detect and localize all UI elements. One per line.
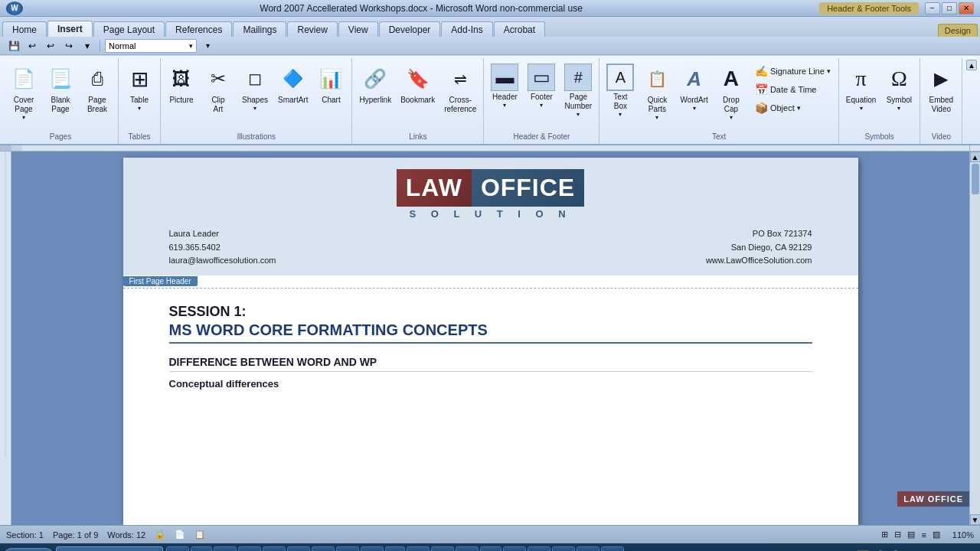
taskbar-app12-button[interactable]: 📧 — [528, 546, 550, 551]
taskbar-app9-button[interactable]: 📁 — [456, 546, 479, 551]
chart-button[interactable]: 📊 Chart — [313, 61, 348, 107]
scroll-down-button[interactable]: ▼ — [970, 514, 981, 525]
embed-video-button[interactable]: ▶ EmbedVideo — [923, 61, 959, 116]
header-name: Laura Leader — [169, 227, 276, 241]
maximize-button[interactable]: □ — [942, 2, 957, 15]
view-icon-3[interactable]: ▤ — [907, 530, 915, 540]
right-scrollbar[interactable]: ▲ ▼ — [969, 152, 980, 525]
blank-page-button[interactable]: 📃 BlankPage — [43, 61, 78, 116]
bookmark-label: Bookmark — [400, 96, 435, 105]
taskbar-app2-button[interactable]: 📘 — [287, 546, 310, 551]
view-icon-2[interactable]: ⊟ — [894, 530, 901, 540]
header-info: Laura Leader 619.365.5402 laura@lawoffic… — [169, 227, 812, 268]
taskbar-explorer-button[interactable]: 📁 — [214, 546, 237, 551]
clip-art-button[interactable]: ✂ ClipArt — [201, 61, 236, 116]
tab-insert[interactable]: Insert — [47, 21, 93, 37]
header-footer-tools-label: Header & Footer Tools — [819, 2, 919, 15]
taskbar-ie-button[interactable]: 🌐 — [166, 546, 189, 551]
header-button[interactable]: ▬ Header ▾ — [487, 61, 522, 111]
scroll-thumb[interactable] — [972, 164, 979, 194]
logo-text: LAW OFFICE — [397, 169, 584, 207]
smart-art-button[interactable]: 🔷 SmartArt — [274, 61, 312, 107]
tab-design[interactable]: Design — [938, 24, 978, 37]
undo-qat-button[interactable]: ↩ — [24, 39, 40, 53]
tab-view[interactable]: View — [338, 21, 378, 37]
taskbar-app11-button[interactable]: 📞 — [503, 546, 526, 551]
object-button[interactable]: 📦 Object ▾ — [750, 99, 835, 116]
taskbar: ⊞ Start W Word 2007 Accell... 🌐 W 📁 📊 📗 … — [0, 543, 980, 551]
taskbar-app6-button[interactable]: ✔ — [385, 546, 405, 551]
cross-reference-button[interactable]: ⇌ Cross-reference — [440, 61, 480, 116]
taskbar-app15-button[interactable]: 📱 — [601, 546, 624, 551]
minimize-button[interactable]: − — [925, 2, 940, 15]
taskbar-app5-button[interactable]: 📰 — [361, 546, 384, 551]
text-box-label: TextBox — [613, 93, 627, 111]
save-qat-button[interactable]: 💾 — [6, 39, 21, 53]
tab-page-layout[interactable]: Page Layout — [93, 21, 165, 37]
cross-reference-label: Cross-reference — [444, 96, 476, 114]
taskbar-app14-button[interactable]: 🔧 — [577, 546, 599, 551]
qat-extra-button[interactable]: ▾ — [200, 39, 215, 53]
cover-page-icon: 📄 — [10, 64, 38, 94]
table-button[interactable]: ⊞ Table ▾ — [122, 61, 157, 114]
start-button[interactable]: ⊞ Start — [3, 548, 54, 551]
signature-line-button[interactable]: ✍ Signature Line ▾ — [750, 63, 835, 80]
style-value: Normal — [109, 41, 136, 51]
taskbar-app3-button[interactable]: 📕 — [312, 546, 335, 551]
taskbar-app7-button[interactable]: 🌍 — [407, 546, 430, 551]
bookmark-button[interactable]: 🔖 Bookmark — [397, 61, 439, 107]
tab-mailings[interactable]: Mailings — [233, 21, 286, 37]
ribbon-collapse-button[interactable]: ▲ — [966, 60, 977, 70]
taskbar-app4-button[interactable]: 📂 — [336, 546, 359, 551]
taskbar-app10-button[interactable]: 🖩 — [480, 546, 501, 551]
qat-separator — [100, 40, 100, 52]
text-box-button[interactable]: A TextBox ▾ — [603, 61, 638, 120]
undo-arrow-qat-button[interactable]: ↩ — [43, 39, 58, 53]
tab-acrobat[interactable]: Acrobat — [494, 21, 545, 37]
text-group-label: Text — [599, 131, 838, 142]
shapes-button[interactable]: ◻ Shapes ▾ — [237, 61, 273, 114]
document-main[interactable]: LAW OFFICE S O L U T I O N Laura Leader … — [11, 152, 969, 525]
symbol-button[interactable]: Ω Symbol ▾ — [881, 61, 916, 114]
date-time-button[interactable]: 📅 Date & Time — [750, 81, 835, 98]
view-icon-5[interactable]: ▧ — [933, 530, 940, 540]
customize-qat-button[interactable]: ▾ — [80, 39, 95, 53]
taskbar-word2-button[interactable]: W — [191, 546, 211, 551]
page-body[interactable]: SESSION 1: MS WORD CORE FORMATTING CONCE… — [123, 289, 858, 412]
tab-references[interactable]: References — [165, 21, 232, 37]
first-page-header-label: First Page Header — [123, 276, 198, 286]
scroll-up-button[interactable]: ▲ — [970, 152, 981, 162]
status-track-icon: 🔒 — [155, 530, 165, 540]
word-art-button[interactable]: A WordArt ▾ — [676, 61, 712, 114]
tables-buttons: ⊞ Table ▾ — [122, 60, 157, 128]
header-email: laura@lawofficesolution.com — [169, 254, 276, 268]
page-number-button[interactable]: # PageNumber ▾ — [560, 61, 596, 120]
window-icon: W — [6, 2, 23, 15]
taskbar-app13-button[interactable]: 🏢 — [552, 546, 575, 551]
header-po-box: PO Box 721374 — [706, 227, 812, 241]
taskbar-app1-button[interactable]: 📗 — [263, 546, 286, 551]
view-icon-4[interactable]: ≡ — [921, 530, 926, 540]
bookmark-icon: 🔖 — [404, 64, 432, 94]
footer-button[interactable]: ▭ Footer ▾ — [524, 61, 559, 111]
logo-office: OFFICE — [472, 169, 584, 207]
tab-review[interactable]: Review — [287, 21, 337, 37]
hyperlink-button[interactable]: 🔗 Hyperlink — [355, 61, 395, 107]
redo-qat-button[interactable]: ↪ — [61, 39, 77, 53]
tab-add-ins[interactable]: Add-Ins — [441, 21, 492, 37]
taskbar-word-button[interactable]: W Word 2007 Accell... — [56, 546, 163, 551]
taskbar-app8-button[interactable]: 🟢 — [431, 546, 454, 551]
picture-button[interactable]: 🖼 Picture — [164, 61, 199, 107]
close-button[interactable]: ✕ — [959, 2, 974, 15]
tab-home[interactable]: Home — [2, 21, 47, 37]
tab-developer[interactable]: Developer — [379, 21, 441, 37]
equation-button[interactable]: π Equation ▾ — [842, 61, 880, 114]
view-icon-1[interactable]: ⊞ — [881, 530, 888, 540]
quick-parts-button[interactable]: 📋 QuickParts ▾ — [639, 61, 675, 123]
page-break-button[interactable]: ⎙ PageBreak — [80, 61, 115, 116]
cover-page-button[interactable]: 📄 CoverPage ▾ — [6, 61, 41, 123]
drop-cap-button[interactable]: A DropCap ▾ — [714, 61, 749, 123]
style-selector[interactable]: Normal ▾ — [105, 39, 197, 53]
taskbar-excel-button[interactable]: 📊 — [238, 546, 261, 551]
page-header: LAW OFFICE S O L U T I O N Laura Leader … — [123, 158, 858, 276]
